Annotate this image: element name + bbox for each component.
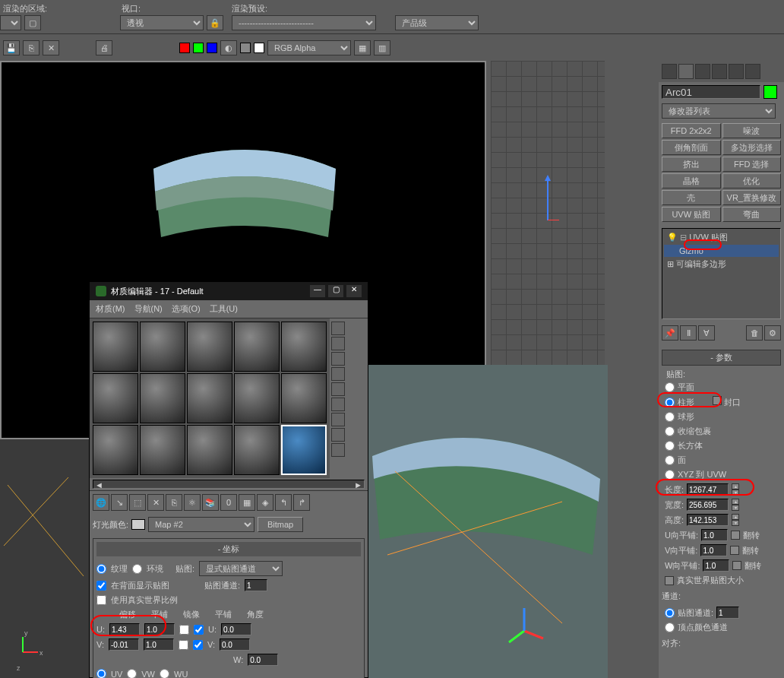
create-tab[interactable] [662,64,677,79]
view-type-dropdown[interactable]: 图 [0,15,21,30]
get-material-btn[interactable]: 🌐 [93,494,109,511]
extrude-btn[interactable]: 挤出 [662,157,721,172]
stack-editable[interactable]: ⊞ 可编辑多边形 [664,257,779,271]
optimize-btn[interactable]: 优化 [722,173,782,189]
show-result-btn[interactable]: Ⅱ [680,325,697,341]
shrink-option[interactable]: 收缩包裹 [662,424,781,439]
bevel-btn[interactable]: 倒角剖面 [662,140,721,155]
width-input[interactable] [687,499,729,511]
slot-scrollbar[interactable]: ◄► [93,480,365,489]
remove-btn[interactable]: 🗑 [746,325,763,341]
mat-id-btn[interactable] [331,443,345,457]
realworld-check[interactable]: 真实世界贴图大小 [662,573,781,588]
u-angle[interactable] [221,623,251,635]
motion-tab[interactable] [712,64,727,79]
show-result-btn[interactable]: ◈ [257,494,273,511]
bitmap-btn[interactable]: Bitmap [258,517,303,532]
map-type-dropdown[interactable]: 显式贴图通道 [199,561,283,576]
coords-title[interactable]: - 坐标 [96,542,361,556]
modifier-stack[interactable]: 💡 ⊟ UVW 贴图 Gizmo ⊞ 可编辑多边形 [662,228,781,319]
quality-dropdown[interactable]: 产品级 [395,15,479,30]
face-option[interactable]: 面 [662,453,781,467]
slot-8[interactable] [187,373,232,423]
ffdselect-btn[interactable]: FFD 选择 [722,157,782,172]
slot-1[interactable] [93,322,138,372]
left-viewport[interactable]: z x y [0,439,89,678]
unique-mat-btn[interactable]: ⚛ [184,494,201,511]
backlight-btn[interactable] [331,337,345,350]
slot-4[interactable] [234,322,280,372]
environment-radio[interactable] [132,564,142,574]
go-sibling-btn[interactable]: ↱ [293,494,310,511]
red-swatch[interactable] [179,43,190,53]
v-tile[interactable] [144,638,174,651]
menu-material[interactable]: 材质(M) [96,303,125,315]
preset-dropdown[interactable]: --------------------------- [232,15,376,30]
maximize-btn[interactable]: ▢ [328,285,343,297]
showback-check[interactable] [96,581,106,591]
overlay-btn[interactable]: ▦ [354,40,371,55]
preview-btn[interactable] [331,398,345,411]
effect-btn[interactable]: 0 [220,494,237,511]
put-material-btn[interactable]: ↘ [111,494,128,511]
delete-btn[interactable]: ✕ [43,40,59,55]
menu-options[interactable]: 选项(O) [172,303,201,315]
channel-dropdown[interactable]: RGB Alpha [267,40,351,55]
u-offset[interactable] [109,623,140,635]
v-tile-check[interactable] [193,640,203,650]
eyedropper-icon[interactable]: ✎ [131,519,145,530]
slot-15-active[interactable] [281,425,327,475]
blue-swatch[interactable] [207,43,217,53]
utile-input[interactable] [701,529,728,541]
cylinder-option[interactable]: 柱形 封口 [662,394,781,410]
options-btn[interactable] [331,413,345,426]
map-channel-input[interactable] [245,579,267,591]
slot-2[interactable] [140,322,185,372]
realworld-check2[interactable] [96,595,106,605]
plane-option[interactable]: 平面 [662,380,781,394]
map-channel-row[interactable]: 贴图通道: [662,605,781,620]
reset-btn[interactable]: ✕ [147,494,164,511]
v-angle[interactable] [220,638,250,651]
xyz-option[interactable]: XYZ 到 UVW [662,467,781,482]
length-down[interactable]: ▾ [732,489,739,496]
slot-11[interactable] [93,425,138,475]
viewport-dropdown[interactable]: 透视 [120,15,204,30]
height-input[interactable] [687,514,729,526]
modifier-list-dropdown[interactable]: 修改器列表 [662,103,776,119]
slot-13[interactable] [187,425,232,475]
pin-btn[interactable]: 📌 [662,325,678,341]
texture-radio[interactable] [96,564,106,574]
length-input[interactable] [687,483,729,496]
sphere-option[interactable]: 球形 [662,410,781,424]
perspective-viewport[interactable] [349,365,608,678]
unique-btn[interactable]: ∀ [698,325,715,341]
gray-swatch[interactable] [240,43,251,53]
assign-btn[interactable]: ⬚ [129,494,146,511]
vw-radio[interactable] [127,669,137,678]
compare-btn[interactable]: ▥ [374,40,390,55]
polyselect-btn[interactable]: 多边形选择 [722,140,782,155]
menu-tools[interactable]: 工具(U) [210,303,238,315]
vr-displace-btn[interactable]: VR_置换修改 [722,190,782,205]
box-option[interactable]: 长方体 [662,439,781,453]
menu-navigate[interactable]: 导航(N) [134,303,163,315]
stack-gizmo[interactable]: Gizmo [664,245,779,257]
close-btn[interactable]: ✕ [346,285,362,297]
map-name-dropdown[interactable]: Map #2 [148,517,254,532]
select-btn[interactable] [331,428,345,442]
u-tile-check[interactable] [194,625,204,635]
put-library-btn[interactable]: 📚 [202,494,219,511]
uv-tile-btn[interactable] [331,367,345,381]
region-btn[interactable]: ▢ [24,15,41,30]
green-swatch[interactable] [193,43,204,53]
slot-3[interactable] [187,322,232,372]
print-btn[interactable]: 🖨 [96,40,112,55]
slot-5[interactable] [281,322,327,372]
save-btn[interactable]: 💾 [3,40,20,55]
shell-btn[interactable]: 壳 [662,190,721,205]
wtile-input[interactable] [703,559,729,572]
v-mirror[interactable] [179,640,188,650]
uvw-btn[interactable]: UVW 贴图 [662,207,721,222]
modify-tab[interactable] [678,64,694,79]
